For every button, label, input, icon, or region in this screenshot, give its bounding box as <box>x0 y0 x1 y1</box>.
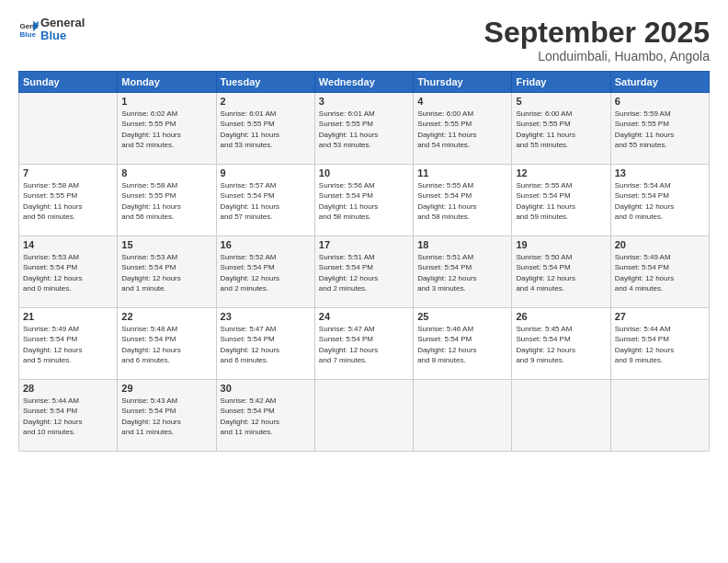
calendar-cell: 27Sunrise: 5:44 AM Sunset: 5:54 PM Dayli… <box>610 308 709 380</box>
logo-blue: Blue <box>40 29 85 42</box>
month-title: September 2025 <box>484 17 710 49</box>
day-info: Sunrise: 5:44 AM Sunset: 5:54 PM Dayligh… <box>615 324 705 365</box>
day-info: Sunrise: 5:59 AM Sunset: 5:55 PM Dayligh… <box>615 109 705 150</box>
calendar-week-2: 7Sunrise: 5:58 AM Sunset: 5:55 PM Daylig… <box>19 165 710 236</box>
day-number: 10 <box>319 167 409 178</box>
calendar-cell: 28Sunrise: 5:44 AM Sunset: 5:54 PM Dayli… <box>19 380 118 452</box>
day-number: 28 <box>23 383 113 394</box>
day-info: Sunrise: 5:48 AM Sunset: 5:54 PM Dayligh… <box>121 324 211 365</box>
logo-general: General <box>40 17 85 29</box>
calendar-cell: 7Sunrise: 5:58 AM Sunset: 5:55 PM Daylig… <box>19 165 118 236</box>
day-number: 19 <box>516 239 606 250</box>
day-info: Sunrise: 5:49 AM Sunset: 5:54 PM Dayligh… <box>615 252 705 293</box>
calendar-cell: 20Sunrise: 5:49 AM Sunset: 5:54 PM Dayli… <box>610 236 709 308</box>
day-info: Sunrise: 6:00 AM Sunset: 5:55 PM Dayligh… <box>417 109 507 150</box>
day-number: 2 <box>221 96 311 107</box>
day-info: Sunrise: 5:52 AM Sunset: 5:54 PM Dayligh… <box>221 252 311 293</box>
day-number: 25 <box>417 311 507 322</box>
day-number: 24 <box>319 311 409 322</box>
day-number: 11 <box>417 167 507 178</box>
calendar-cell: 13Sunrise: 5:54 AM Sunset: 5:54 PM Dayli… <box>610 165 709 236</box>
calendar-cell: 14Sunrise: 5:53 AM Sunset: 5:54 PM Dayli… <box>19 236 118 308</box>
title-block: September 2025 Londuimbali, Huambo, Ango… <box>484 17 710 63</box>
day-number: 26 <box>516 311 606 322</box>
calendar-header: SundayMondayTuesdayWednesdayThursdayFrid… <box>19 72 710 93</box>
calendar-cell: 26Sunrise: 5:45 AM Sunset: 5:54 PM Dayli… <box>512 308 610 380</box>
day-info: Sunrise: 5:57 AM Sunset: 5:54 PM Dayligh… <box>221 180 311 222</box>
day-number: 27 <box>615 311 705 322</box>
calendar-cell: 8Sunrise: 5:58 AM Sunset: 5:55 PM Daylig… <box>118 165 216 236</box>
calendar-cell: 25Sunrise: 5:46 AM Sunset: 5:54 PM Dayli… <box>414 308 512 380</box>
day-info: Sunrise: 5:55 AM Sunset: 5:54 PM Dayligh… <box>516 180 606 222</box>
day-header-friday: Friday <box>512 72 610 93</box>
day-number: 5 <box>516 96 606 107</box>
day-info: Sunrise: 5:47 AM Sunset: 5:54 PM Dayligh… <box>319 324 409 365</box>
day-info: Sunrise: 5:45 AM Sunset: 5:54 PM Dayligh… <box>516 324 606 365</box>
day-number: 20 <box>615 239 705 250</box>
day-number: 18 <box>417 239 507 250</box>
day-info: Sunrise: 5:53 AM Sunset: 5:54 PM Dayligh… <box>121 252 211 293</box>
day-info: Sunrise: 5:51 AM Sunset: 5:54 PM Dayligh… <box>319 252 409 293</box>
calendar-cell: 4Sunrise: 6:00 AM Sunset: 5:55 PM Daylig… <box>414 93 512 165</box>
calendar-cell: 11Sunrise: 5:55 AM Sunset: 5:54 PM Dayli… <box>414 165 512 236</box>
day-info: Sunrise: 6:02 AM Sunset: 5:55 PM Dayligh… <box>121 109 211 150</box>
day-number: 22 <box>121 311 211 322</box>
calendar-cell: 12Sunrise: 5:55 AM Sunset: 5:54 PM Dayli… <box>512 165 610 236</box>
day-info: Sunrise: 5:43 AM Sunset: 5:54 PM Dayligh… <box>121 396 211 437</box>
day-number: 6 <box>615 96 705 107</box>
calendar-week-5: 28Sunrise: 5:44 AM Sunset: 5:54 PM Dayli… <box>19 380 710 452</box>
day-header-sunday: Sunday <box>19 72 118 93</box>
calendar-cell: 6Sunrise: 5:59 AM Sunset: 5:55 PM Daylig… <box>610 93 709 165</box>
day-number: 1 <box>121 96 211 107</box>
day-number: 29 <box>121 383 211 394</box>
location: Londuimbali, Huambo, Angola <box>484 49 710 63</box>
calendar-week-1: 1Sunrise: 6:02 AM Sunset: 5:55 PM Daylig… <box>19 93 710 165</box>
calendar-cell <box>610 380 709 452</box>
calendar-cell: 30Sunrise: 5:42 AM Sunset: 5:54 PM Dayli… <box>216 380 314 452</box>
day-number: 4 <box>417 96 507 107</box>
calendar-cell: 24Sunrise: 5:47 AM Sunset: 5:54 PM Dayli… <box>314 308 413 380</box>
day-info: Sunrise: 6:01 AM Sunset: 5:55 PM Dayligh… <box>319 109 409 150</box>
day-number: 12 <box>516 167 606 178</box>
calendar-cell: 10Sunrise: 5:56 AM Sunset: 5:54 PM Dayli… <box>314 165 413 236</box>
day-info: Sunrise: 6:01 AM Sunset: 5:55 PM Dayligh… <box>221 109 311 150</box>
day-header-saturday: Saturday <box>610 72 709 93</box>
calendar-cell: 1Sunrise: 6:02 AM Sunset: 5:55 PM Daylig… <box>118 93 216 165</box>
calendar-week-3: 14Sunrise: 5:53 AM Sunset: 5:54 PM Dayli… <box>19 236 710 308</box>
day-number: 3 <box>319 96 409 107</box>
calendar-cell: 22Sunrise: 5:48 AM Sunset: 5:54 PM Dayli… <box>118 308 216 380</box>
calendar-cell: 9Sunrise: 5:57 AM Sunset: 5:54 PM Daylig… <box>216 165 314 236</box>
day-number: 7 <box>23 167 113 178</box>
day-header-monday: Monday <box>118 72 216 93</box>
calendar-cell: 5Sunrise: 6:00 AM Sunset: 5:55 PM Daylig… <box>512 93 610 165</box>
svg-text:Blue: Blue <box>19 30 36 39</box>
day-info: Sunrise: 5:55 AM Sunset: 5:54 PM Dayligh… <box>417 180 507 222</box>
day-header-tuesday: Tuesday <box>216 72 314 93</box>
calendar-cell: 3Sunrise: 6:01 AM Sunset: 5:55 PM Daylig… <box>314 93 413 165</box>
calendar-cell: 23Sunrise: 5:47 AM Sunset: 5:54 PM Dayli… <box>216 308 314 380</box>
day-number: 13 <box>615 167 705 178</box>
day-number: 17 <box>319 239 409 250</box>
calendar-cell: 17Sunrise: 5:51 AM Sunset: 5:54 PM Dayli… <box>314 236 413 308</box>
calendar-cell <box>512 380 610 452</box>
day-number: 30 <box>221 383 311 394</box>
day-number: 15 <box>121 239 211 250</box>
calendar-cell: 29Sunrise: 5:43 AM Sunset: 5:54 PM Dayli… <box>118 380 216 452</box>
day-number: 16 <box>221 239 311 250</box>
day-number: 9 <box>221 167 311 178</box>
day-header-wednesday: Wednesday <box>314 72 413 93</box>
day-info: Sunrise: 5:47 AM Sunset: 5:54 PM Dayligh… <box>221 324 311 365</box>
calendar-cell: 16Sunrise: 5:52 AM Sunset: 5:54 PM Dayli… <box>216 236 314 308</box>
day-number: 21 <box>23 311 113 322</box>
day-info: Sunrise: 5:58 AM Sunset: 5:55 PM Dayligh… <box>23 180 113 222</box>
calendar-cell <box>414 380 512 452</box>
day-info: Sunrise: 5:46 AM Sunset: 5:54 PM Dayligh… <box>417 324 507 365</box>
calendar-cell: 15Sunrise: 5:53 AM Sunset: 5:54 PM Dayli… <box>118 236 216 308</box>
day-info: Sunrise: 5:58 AM Sunset: 5:55 PM Dayligh… <box>121 180 211 222</box>
day-info: Sunrise: 5:56 AM Sunset: 5:54 PM Dayligh… <box>319 180 409 222</box>
day-info: Sunrise: 5:50 AM Sunset: 5:54 PM Dayligh… <box>516 252 606 293</box>
day-number: 14 <box>23 239 113 250</box>
day-info: Sunrise: 5:49 AM Sunset: 5:54 PM Dayligh… <box>23 324 113 365</box>
logo: General Blue General Blue <box>18 17 85 43</box>
calendar-cell: 19Sunrise: 5:50 AM Sunset: 5:54 PM Dayli… <box>512 236 610 308</box>
